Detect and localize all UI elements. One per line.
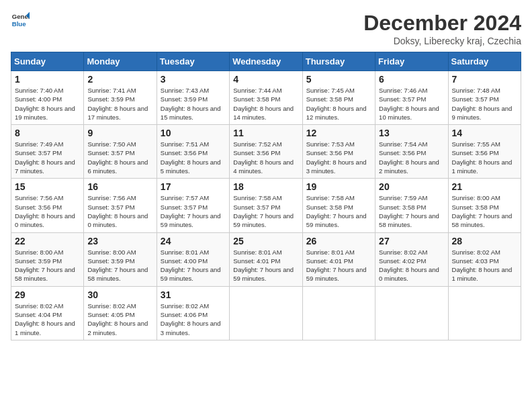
table-row [302, 286, 375, 340]
page-header: General Blue December 2024 Doksy, Libere… [11, 11, 521, 46]
table-row: 11Sunrise: 7:52 AMSunset: 3:56 PMDayligh… [230, 125, 302, 179]
table-row: 14Sunrise: 7:55 AMSunset: 3:56 PMDayligh… [448, 125, 521, 179]
table-row: 3Sunrise: 7:43 AMSunset: 3:59 PMDaylight… [157, 71, 229, 125]
title-section: December 2024 Doksy, Liberecky kraj, Cze… [363, 11, 521, 46]
table-row: 26Sunrise: 8:01 AMSunset: 4:01 PMDayligh… [302, 232, 375, 286]
logo-icon: General Blue [11, 11, 30, 30]
table-row: 9Sunrise: 7:50 AMSunset: 3:57 PMDaylight… [84, 125, 157, 179]
calendar-week-3: 15Sunrise: 7:56 AMSunset: 3:56 PMDayligh… [11, 179, 521, 232]
table-row: 28Sunrise: 8:02 AMSunset: 4:03 PMDayligh… [448, 232, 521, 286]
table-row: 23Sunrise: 8:00 AMSunset: 3:59 PMDayligh… [84, 232, 157, 286]
col-saturday: Saturday [448, 52, 521, 71]
table-row: 19Sunrise: 7:58 AMSunset: 3:58 PMDayligh… [302, 179, 375, 232]
table-row: 20Sunrise: 7:59 AMSunset: 3:58 PMDayligh… [375, 179, 448, 232]
table-row [448, 286, 521, 340]
table-row: 29Sunrise: 8:02 AMSunset: 4:04 PMDayligh… [11, 286, 84, 340]
calendar-week-5: 29Sunrise: 8:02 AMSunset: 4:04 PMDayligh… [11, 286, 521, 340]
col-wednesday: Wednesday [230, 52, 302, 71]
calendar-week-1: 1Sunrise: 7:40 AMSunset: 4:00 PMDaylight… [11, 71, 521, 125]
table-row [375, 286, 448, 340]
table-row: 24Sunrise: 8:01 AMSunset: 4:00 PMDayligh… [157, 232, 229, 286]
table-row: 22Sunrise: 8:00 AMSunset: 3:59 PMDayligh… [11, 232, 84, 286]
calendar-week-4: 22Sunrise: 8:00 AMSunset: 3:59 PMDayligh… [11, 232, 521, 286]
svg-text:General: General [12, 13, 30, 20]
location-subtitle: Doksy, Liberecky kraj, Czechia [363, 36, 521, 46]
logo: General Blue [11, 11, 30, 30]
table-row: 18Sunrise: 7:58 AMSunset: 3:57 PMDayligh… [230, 179, 302, 232]
col-tuesday: Tuesday [157, 52, 229, 71]
table-row [230, 286, 302, 340]
table-row: 1Sunrise: 7:40 AMSunset: 4:00 PMDaylight… [11, 71, 84, 125]
table-row: 25Sunrise: 8:01 AMSunset: 4:01 PMDayligh… [230, 232, 302, 286]
month-title: December 2024 [363, 11, 521, 36]
col-monday: Monday [84, 52, 157, 71]
table-row: 6Sunrise: 7:46 AMSunset: 3:57 PMDaylight… [375, 71, 448, 125]
table-row: 30Sunrise: 8:02 AMSunset: 4:05 PMDayligh… [84, 286, 157, 340]
calendar-header-row: Sunday Monday Tuesday Wednesday Thursday… [11, 52, 521, 71]
col-thursday: Thursday [302, 52, 375, 71]
table-row: 16Sunrise: 7:56 AMSunset: 3:57 PMDayligh… [84, 179, 157, 232]
table-row: 10Sunrise: 7:51 AMSunset: 3:56 PMDayligh… [157, 125, 229, 179]
table-row: 4Sunrise: 7:44 AMSunset: 3:58 PMDaylight… [230, 71, 302, 125]
table-row: 8Sunrise: 7:49 AMSunset: 3:57 PMDaylight… [11, 125, 84, 179]
table-row: 7Sunrise: 7:48 AMSunset: 3:57 PMDaylight… [448, 71, 521, 125]
col-sunday: Sunday [11, 52, 84, 71]
table-row: 21Sunrise: 8:00 AMSunset: 3:58 PMDayligh… [448, 179, 521, 232]
table-row: 17Sunrise: 7:57 AMSunset: 3:57 PMDayligh… [157, 179, 229, 232]
table-row: 12Sunrise: 7:53 AMSunset: 3:56 PMDayligh… [302, 125, 375, 179]
svg-text:Blue: Blue [12, 20, 26, 28]
table-row: 5Sunrise: 7:45 AMSunset: 3:58 PMDaylight… [302, 71, 375, 125]
table-row: 15Sunrise: 7:56 AMSunset: 3:56 PMDayligh… [11, 179, 84, 232]
calendar-week-2: 8Sunrise: 7:49 AMSunset: 3:57 PMDaylight… [11, 125, 521, 179]
calendar-table: Sunday Monday Tuesday Wednesday Thursday… [11, 52, 521, 340]
table-row: 27Sunrise: 8:02 AMSunset: 4:02 PMDayligh… [375, 232, 448, 286]
table-row: 31Sunrise: 8:02 AMSunset: 4:06 PMDayligh… [157, 286, 229, 340]
col-friday: Friday [375, 52, 448, 71]
table-row: 13Sunrise: 7:54 AMSunset: 3:56 PMDayligh… [375, 125, 448, 179]
table-row: 2Sunrise: 7:41 AMSunset: 3:59 PMDaylight… [84, 71, 157, 125]
